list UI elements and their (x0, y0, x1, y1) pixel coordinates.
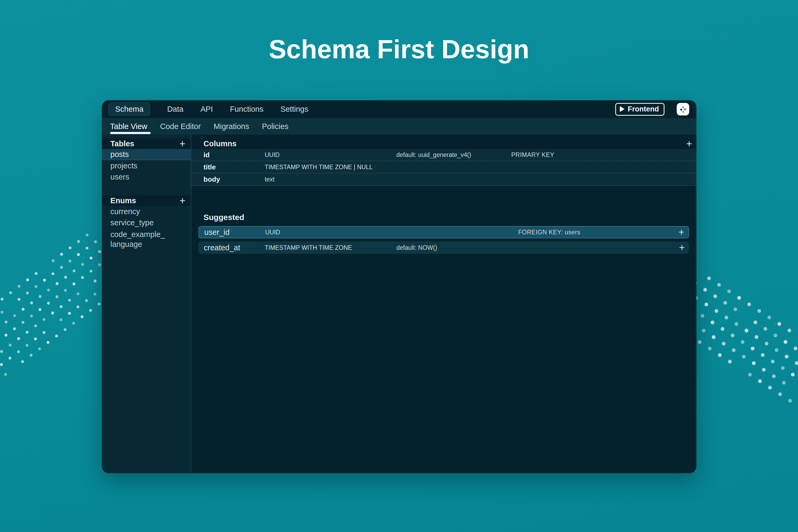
suggested-name: user_id (204, 228, 230, 237)
column-name: title (204, 163, 216, 171)
sidebar-item-users[interactable]: users (102, 171, 191, 183)
nav-tabs: Schema Data API Functions Settings (109, 103, 308, 116)
play-icon (620, 106, 625, 112)
nav-tab-functions[interactable]: Functions (230, 103, 263, 115)
sidebar-gap (102, 183, 191, 191)
add-suggested-column-button[interactable]: + (679, 243, 685, 252)
dots-pattern-left (0, 226, 114, 383)
column-name: id (204, 151, 210, 159)
main-panel: Columns + id UUID default: uuid_generate… (191, 135, 697, 473)
sidebar-item-posts[interactable]: posts (102, 149, 191, 160)
frontend-button[interactable]: Frontend (615, 103, 664, 116)
nav-right-group: Frontend di (615, 103, 689, 116)
column-default: default: uuid_generate_v4() (396, 151, 471, 158)
suggested-row-user-id[interactable]: user_id UUID FOREIGN KEY: users + (198, 226, 689, 238)
dots-pattern-right (690, 276, 798, 414)
subnav-tab-code-editor[interactable]: Code Editor (160, 122, 201, 131)
diamonds-logo-icon: di (679, 105, 688, 114)
nav-tab-schema[interactable]: Schema (109, 103, 150, 116)
tables-section-header: Tables + (102, 138, 191, 149)
columns-title: Columns (204, 139, 236, 148)
add-suggested-column-button[interactable]: + (679, 227, 684, 237)
suggested-name: created_at (204, 243, 240, 252)
app-window: Schema Data API Functions Settings Front… (102, 100, 697, 473)
add-column-button[interactable]: + (686, 138, 692, 149)
sidebar-item-code-example-language[interactable]: code_example_language (102, 228, 191, 251)
svg-text:di: di (684, 108, 686, 111)
columns-header: Columns + (191, 138, 697, 149)
tables-title: Tables (110, 139, 134, 148)
column-type: TIMESTAMP WITH TIME ZONE | NULL (265, 164, 373, 171)
content-area: Tables + posts projects users Enums + cu… (102, 135, 697, 473)
schema-subnav: Table View Code Editor Migrations Polici… (102, 118, 697, 135)
sidebar: Tables + posts projects users Enums + cu… (102, 135, 191, 473)
active-tab-indicator (110, 132, 151, 134)
logo-button[interactable]: di (677, 103, 689, 115)
enums-title: Enums (110, 196, 136, 205)
nav-tab-settings[interactable]: Settings (280, 103, 308, 115)
subnav-tab-migrations[interactable]: Migrations (214, 122, 249, 131)
add-enum-button[interactable]: + (179, 195, 185, 206)
sidebar-item-currency[interactable]: currency (102, 206, 191, 217)
column-row-title: title TIMESTAMP WITH TIME ZONE | NULL (191, 161, 697, 173)
frontend-button-label: Frontend (628, 105, 659, 113)
column-row-id: id UUID default: uuid_generate_v4() PRIM… (191, 149, 697, 161)
top-navbar: Schema Data API Functions Settings Front… (102, 100, 697, 118)
add-table-button[interactable]: + (179, 138, 185, 149)
column-constraint-badge: PRIMARY KEY (511, 151, 554, 158)
column-name: body (204, 175, 220, 184)
nav-tab-data[interactable]: Data (167, 103, 183, 115)
suggested-constraint-badge: FOREIGN KEY: users (518, 229, 581, 236)
sidebar-item-service-type[interactable]: service_type (102, 217, 191, 228)
suggested-type: UUID (265, 229, 280, 236)
suggested-type: TIMESTAMP WITH TIME ZONE (265, 244, 352, 251)
column-row-body: body text (191, 173, 697, 186)
column-type: text (265, 176, 274, 183)
page-title: Schema First Design (0, 34, 798, 64)
subnav-tab-policies[interactable]: Policies (262, 122, 289, 131)
subnav-tab-table-view[interactable]: Table View (110, 122, 147, 131)
column-type: UUID (265, 151, 280, 158)
sidebar-item-projects[interactable]: projects (102, 160, 191, 171)
suggested-title: Suggested (204, 213, 697, 222)
enums-section-header: Enums + (102, 195, 191, 206)
suggested-default: default: NOW() (396, 244, 437, 251)
suggested-row-created-at[interactable]: created_at TIMESTAMP WITH TIME ZONE defa… (198, 242, 689, 254)
nav-tab-api[interactable]: API (201, 103, 213, 115)
